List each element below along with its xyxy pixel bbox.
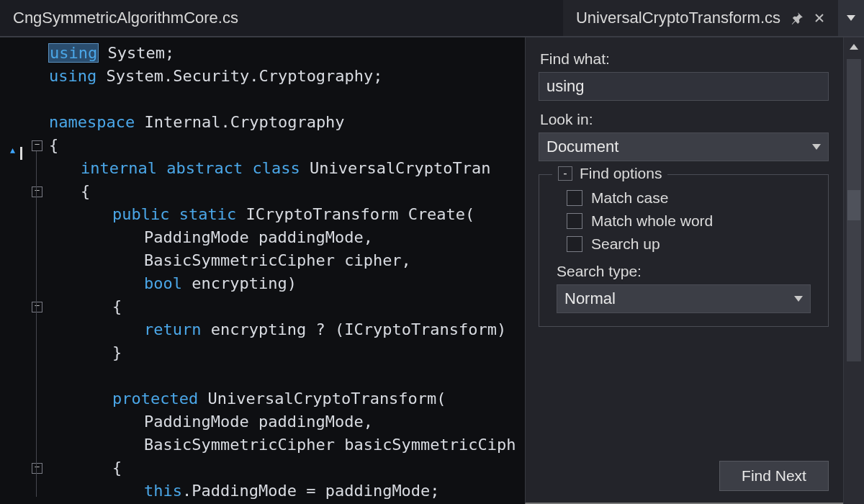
- code-line: public static ICryptoTransform Create(: [112, 203, 474, 226]
- search-type-value: Normal: [564, 289, 616, 308]
- pin-icon[interactable]: [791, 12, 804, 24]
- code-line: BasicSymmetricCipher basicSymmetricCiph: [144, 433, 516, 456]
- code-line: PaddingMode paddingMode,: [144, 226, 373, 249]
- code-line: this.PaddingMode = paddingMode;: [144, 480, 440, 503]
- code-line: BasicSymmetricCipher cipher,: [144, 249, 411, 272]
- tab-overflow-button[interactable]: [838, 0, 864, 36]
- outline-guide: [36, 151, 37, 497]
- find-what-label: Find what:: [540, 50, 829, 68]
- bookmark-indicator-icon: ▴: [10, 144, 15, 156]
- fold-toggle[interactable]: −: [32, 186, 42, 197]
- chevron-down-icon: [847, 15, 855, 21]
- code-line: protected UniversalCryptoTransform(: [112, 387, 446, 410]
- match-case-checkbox[interactable]: [567, 190, 582, 206]
- code-line: PaddingMode paddingMode,: [144, 410, 373, 433]
- find-options-label: Find options: [580, 165, 662, 182]
- code-editor[interactable]: ▴ −−−− using System;using System.Securit…: [0, 37, 525, 504]
- code-line: {: [112, 456, 122, 480]
- look-in-value: Document: [546, 138, 618, 156]
- code-line: }: [112, 341, 122, 364]
- caret-indicator-icon: [20, 147, 22, 160]
- look-in-select[interactable]: Document: [539, 132, 829, 161]
- close-icon[interactable]: [814, 12, 825, 24]
- search-type-label: Search type:: [557, 263, 811, 280]
- tab-bar: CngSymmetricAlgorithmCore.cs UniversalCr…: [0, 0, 864, 37]
- tab-label: UniversalCryptoTransform.cs: [576, 9, 780, 27]
- editor-gutter: ▴ −−−−: [0, 37, 45, 504]
- tab-inactive[interactable]: CngSymmetricAlgorithmCore.cs: [0, 0, 251, 36]
- code-line: namespace Internal.Cryptography: [49, 111, 345, 134]
- search-up-label: Search up: [591, 235, 660, 253]
- code-line: bool encrypting): [144, 272, 297, 295]
- search-type-select[interactable]: Normal: [557, 284, 811, 313]
- match-word-checkbox[interactable]: [567, 213, 582, 229]
- code-line: using System;: [49, 42, 174, 65]
- find-options-group: - Find options Match case Match whole wo…: [539, 174, 829, 327]
- vertical-scrollbar[interactable]: [843, 37, 864, 504]
- chevron-down-icon: [812, 144, 821, 150]
- find-next-label: Find Next: [742, 467, 806, 485]
- tab-active[interactable]: UniversalCryptoTransform.cs: [563, 0, 838, 36]
- look-in-label: Look in:: [540, 111, 829, 128]
- scrollbar-thumb[interactable]: [847, 190, 860, 220]
- chevron-up-icon: [850, 44, 858, 50]
- search-up-checkbox[interactable]: [567, 236, 582, 252]
- chevron-down-icon: [794, 296, 803, 302]
- find-options-collapse[interactable]: -: [558, 166, 572, 181]
- code-line: {: [49, 134, 58, 157]
- find-panel: Find what: Look in: Document - Find opti…: [525, 37, 843, 504]
- code-line: {: [81, 180, 90, 203]
- match-case-label: Match case: [591, 189, 668, 207]
- match-word-label: Match whole word: [591, 212, 713, 230]
- code-line: internal abstract class UniversalCryptoT…: [81, 157, 491, 180]
- scroll-up-button[interactable]: [844, 37, 864, 56]
- code-line: {: [112, 295, 122, 318]
- fold-toggle[interactable]: −: [32, 463, 42, 474]
- fold-toggle[interactable]: −: [32, 140, 42, 151]
- find-what-input[interactable]: [539, 72, 829, 101]
- tab-label: CngSymmetricAlgorithmCore.cs: [13, 9, 238, 27]
- fold-toggle[interactable]: −: [32, 302, 42, 312]
- find-next-button[interactable]: Find Next: [719, 461, 829, 491]
- code-line: return encrypting ? (ICryptoTransform): [144, 318, 506, 341]
- code-line: using System.Security.Cryptography;: [49, 65, 383, 88]
